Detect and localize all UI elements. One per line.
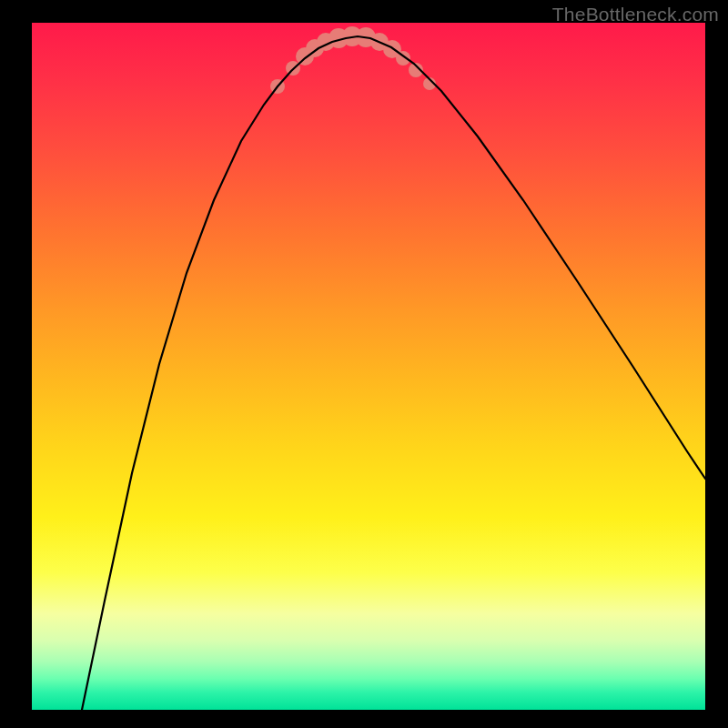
chart-svg bbox=[32, 23, 705, 710]
watermark-text: TheBottleneck.com bbox=[552, 4, 719, 25]
bottleneck-curve bbox=[82, 36, 705, 710]
outer-frame: TheBottleneck.com bbox=[0, 0, 728, 728]
